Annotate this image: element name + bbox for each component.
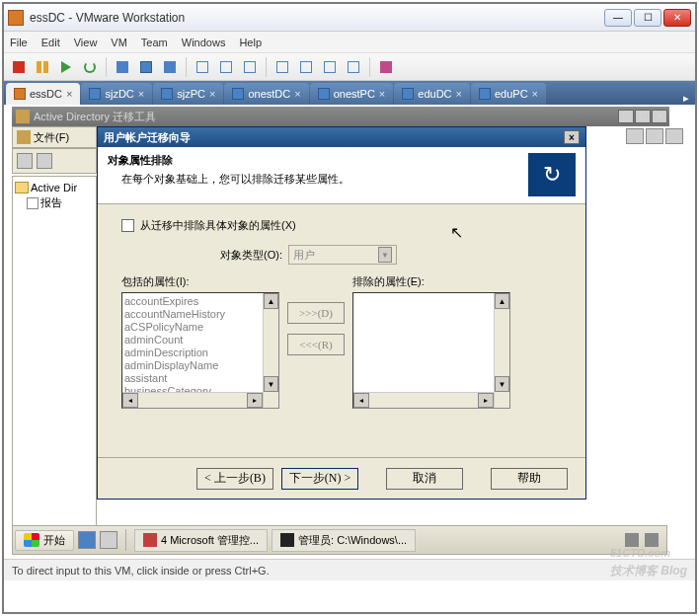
next-button[interactable]: 下一步(N) >	[281, 468, 358, 490]
tab-edudc[interactable]: eduDC×	[394, 83, 470, 105]
capture-button[interactable]	[375, 56, 397, 78]
h-scrollbar[interactable]: ◂▸	[353, 392, 494, 408]
quicklaunch-icon[interactable]	[78, 531, 96, 549]
mmc-close[interactable]	[665, 128, 683, 144]
toolbar-row	[12, 148, 97, 174]
object-type-combo[interactable]: 用户 ▼	[288, 245, 397, 265]
file-menu[interactable]: 文件(F)	[34, 130, 69, 145]
snapshot-button[interactable]	[112, 56, 133, 78]
console-button[interactable]	[319, 56, 341, 78]
chevron-down-icon: ▼	[378, 247, 392, 263]
cmd-icon	[280, 533, 294, 547]
included-listbox[interactable]: accountExpires accountNameHistory aCSPol…	[121, 292, 279, 409]
tab-edupc[interactable]: eduPC×	[471, 83, 546, 105]
scrollbar[interactable]: ▲▼	[263, 293, 278, 408]
revert-button[interactable]	[159, 56, 181, 78]
system-tray	[619, 533, 664, 547]
nav-icon[interactable]	[17, 153, 33, 169]
wizard-titlebar: 用户帐户迁移向导 ×	[98, 127, 585, 147]
list-item[interactable]: adminDisplayName	[124, 359, 276, 372]
taskbar-item-mmc[interactable]: 4 Microsoft 管理控...	[134, 529, 268, 552]
list-item[interactable]: accountNameHistory	[124, 308, 276, 321]
minimize-button[interactable]: —	[604, 9, 632, 27]
snapshot-mgr-button[interactable]	[135, 56, 157, 78]
report-icon	[27, 197, 39, 209]
file-menu-row: 文件(F)	[12, 126, 97, 148]
wizard-subheading: 在每个对象基础上，您可以排除迁移某些属性。	[121, 172, 528, 187]
tray-icon[interactable]	[625, 533, 639, 547]
wizard-close-button[interactable]: ×	[564, 130, 580, 144]
mmc-icon	[143, 533, 157, 547]
list-item[interactable]: aCSPolicyName	[124, 321, 276, 334]
app-icon	[8, 10, 24, 26]
menu-help[interactable]: Help	[239, 37, 262, 48]
unity-button[interactable]	[295, 56, 317, 78]
list-item[interactable]: accountExpires	[124, 295, 276, 308]
toolbar	[4, 53, 695, 81]
fullscreen-button[interactable]	[272, 56, 293, 78]
ad-max-button[interactable]: ☐	[635, 110, 651, 123]
tree-panel: Active Dir 报告	[12, 176, 97, 551]
window-title: essDC - VMware Workstation	[30, 11, 604, 25]
tab-sjzdc[interactable]: sjzDC×	[81, 83, 152, 105]
mmc-min[interactable]	[626, 128, 644, 144]
ad-min-button[interactable]: _	[618, 110, 634, 123]
tree-child[interactable]: 报告	[27, 194, 94, 211]
list-item[interactable]: assistant	[124, 372, 276, 385]
tray-icon[interactable]	[645, 533, 659, 547]
excluded-listbox[interactable]: ▲▼ ◂▸	[352, 292, 510, 409]
tab-onestpc[interactable]: onestPC×	[310, 83, 394, 105]
tab-overflow-icon[interactable]: ▸	[679, 92, 693, 105]
back-button[interactable]: < 上一步(B)	[196, 468, 273, 490]
start-button[interactable]: 开始	[15, 530, 74, 551]
stop-button[interactable]	[8, 56, 30, 78]
menu-edit[interactable]: Edit	[41, 37, 60, 48]
menu-view[interactable]: View	[74, 37, 98, 48]
multimon-button[interactable]	[343, 56, 364, 78]
wizard-heading: 对象属性排除	[108, 153, 528, 168]
status-text: To direct input to this VM, click inside…	[12, 565, 270, 577]
view1-button[interactable]	[192, 56, 213, 78]
exclude-checkbox-label: 从迁移中排除具体对象的属性(X)	[140, 218, 296, 233]
ad-close-button[interactable]: ×	[652, 110, 667, 123]
reset-button[interactable]	[79, 56, 101, 78]
menu-team[interactable]: Team	[141, 37, 168, 48]
play-button[interactable]	[55, 56, 77, 78]
menu-file[interactable]: File	[10, 37, 28, 48]
vm-viewport[interactable]: Active Directory 迁移工具 _ ☐ × 文件(F) Active…	[4, 105, 695, 559]
tab-sjzpc[interactable]: sjzPC×	[153, 83, 223, 105]
quicklaunch-icon[interactable]	[100, 531, 117, 549]
view3-button[interactable]	[239, 56, 261, 78]
h-scrollbar[interactable]: ◂▸	[122, 392, 263, 408]
wizard-logo-icon: ↻	[528, 153, 576, 196]
object-type-label: 对象类型(O):	[220, 248, 282, 263]
tab-essdc[interactable]: essDC×	[6, 83, 80, 105]
scrollbar[interactable]: ▲▼	[494, 293, 509, 408]
menu-windows[interactable]: Windows	[182, 37, 226, 48]
view2-button[interactable]	[215, 56, 237, 78]
tree-root[interactable]: Active Dir	[15, 181, 94, 194]
export-icon[interactable]	[37, 153, 52, 169]
pause-button[interactable]	[32, 56, 53, 78]
exclude-checkbox[interactable]	[121, 219, 134, 232]
add-button[interactable]: >>>(D)	[287, 302, 345, 324]
list-item[interactable]: adminDescription	[124, 346, 276, 359]
list-item[interactable]: adminCount	[124, 334, 276, 346]
menu-vm[interactable]: VM	[111, 37, 127, 48]
cancel-button[interactable]: 取消	[386, 468, 463, 490]
mmc-window-controls	[626, 128, 683, 144]
windows-flag-icon	[24, 533, 39, 547]
close-icon[interactable]: ×	[66, 88, 72, 100]
wizard-title: 用户帐户迁移向导	[104, 130, 191, 145]
maximize-button[interactable]: ☐	[634, 9, 661, 27]
help-button[interactable]: 帮助	[491, 468, 568, 490]
excluded-label: 排除的属性(E):	[352, 274, 510, 289]
remove-button[interactable]: <<<(R)	[287, 334, 345, 355]
close-button[interactable]: ✕	[663, 9, 691, 27]
taskbar-item-cmd[interactable]: 管理员: C:\Windows\...	[272, 529, 416, 552]
tab-onestdc[interactable]: onestDC×	[224, 83, 308, 105]
mmc-max[interactable]	[646, 128, 663, 144]
wizard-dialog: 用户帐户迁移向导 × 对象属性排除 在每个对象基础上，您可以排除迁移某些属性。 …	[97, 126, 586, 500]
vm-tabbar: essDC× sjzDC× sjzPC× onestDC× onestPC× e…	[4, 81, 695, 105]
wizard-footer: < 上一步(B) 下一步(N) > 取消 帮助	[98, 457, 585, 499]
